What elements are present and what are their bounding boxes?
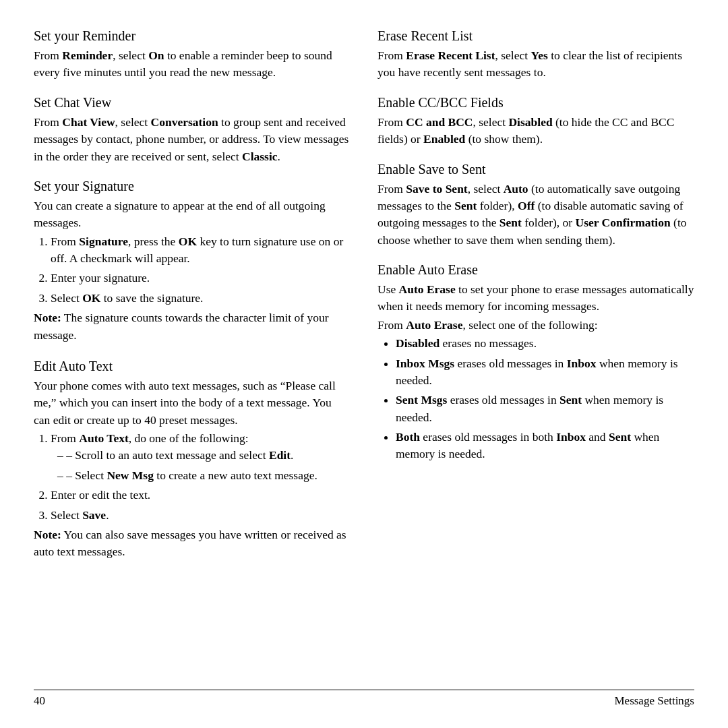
section-title-save-to-sent: Enable Save to Sent [377, 160, 694, 178]
footer-section-title: Message Settings [614, 694, 694, 708]
section-title-chat-view: Set Chat View [34, 94, 351, 111]
section-erase-recent-list: Erase Recent List From Erase Recent List… [377, 27, 694, 82]
section-body-chat-view: From Chat View, select Conversation to g… [34, 114, 351, 165]
section-title-cc-bcc: Enable CC/BCC Fields [377, 94, 694, 111]
section-set-your-signature: Set your Signature You can create a sign… [34, 177, 351, 345]
page-container: Set your Reminder From Reminder, select … [0, 0, 728, 728]
page-footer: 40 Message Settings [34, 690, 694, 708]
section-set-your-reminder: Set your Reminder From Reminder, select … [34, 27, 351, 82]
section-body-reminder: From Reminder, select On to enable a rem… [34, 47, 351, 82]
section-title-auto-text: Edit Auto Text [34, 357, 351, 375]
section-body-erase-recent: From Erase Recent List, select Yes to cl… [377, 47, 694, 82]
right-column: Erase Recent List From Erase Recent List… [377, 27, 694, 684]
section-body-cc-bcc: From CC and BCC, select Disabled (to hid… [377, 114, 694, 148]
section-body-auto-text: Your phone comes with auto text messages… [34, 377, 351, 561]
section-body-auto-erase: Use Auto Erase to set your phone to eras… [377, 281, 694, 463]
section-title-reminder: Set your Reminder [34, 27, 351, 44]
section-body-save-to-sent: From Save to Sent, select Auto (to autom… [377, 181, 694, 249]
content-columns: Set your Reminder From Reminder, select … [34, 27, 694, 684]
section-edit-auto-text: Edit Auto Text Your phone comes with aut… [34, 357, 351, 562]
section-enable-cc-bcc: Enable CC/BCC Fields From CC and BCC, se… [377, 94, 694, 148]
section-enable-save-to-sent: Enable Save to Sent From Save to Sent, s… [377, 160, 694, 249]
footer-page-number: 40 [34, 694, 45, 708]
section-set-chat-view: Set Chat View From Chat View, select Con… [34, 94, 351, 165]
section-body-signature: You can create a signature to appear at … [34, 198, 351, 344]
section-enable-auto-erase: Enable Auto Erase Use Auto Erase to set … [377, 261, 694, 466]
left-column: Set your Reminder From Reminder, select … [34, 27, 351, 684]
section-title-erase-recent: Erase Recent List [377, 27, 694, 44]
section-title-auto-erase: Enable Auto Erase [377, 261, 694, 278]
section-title-signature: Set your Signature [34, 177, 351, 195]
